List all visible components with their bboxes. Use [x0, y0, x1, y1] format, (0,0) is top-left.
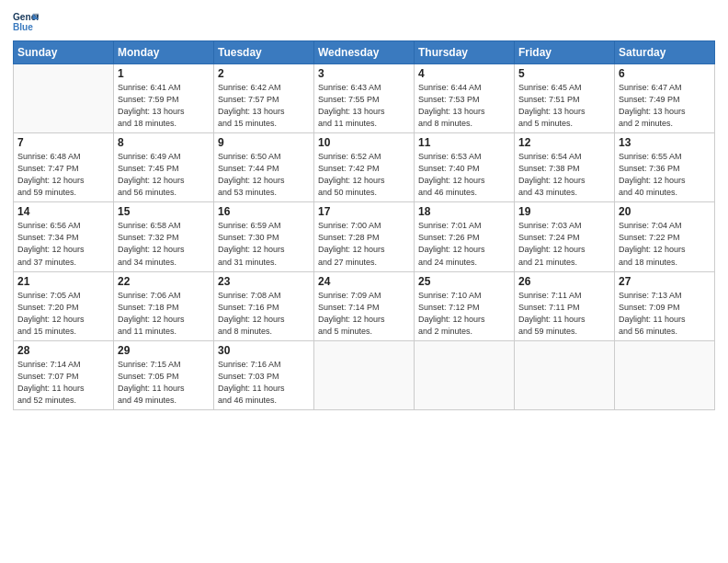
week-row-5: 28Sunrise: 7:14 AM Sunset: 7:07 PM Dayli…: [14, 340, 715, 409]
calendar-cell: 14Sunrise: 6:56 AM Sunset: 7:34 PM Dayli…: [14, 202, 114, 271]
day-header-sunday: Sunday: [14, 41, 114, 64]
day-info: Sunrise: 7:01 AM Sunset: 7:26 PM Dayligh…: [418, 220, 510, 268]
calendar-body: 1Sunrise: 6:41 AM Sunset: 7:59 PM Daylig…: [14, 64, 715, 410]
calendar-cell: 26Sunrise: 7:11 AM Sunset: 7:11 PM Dayli…: [515, 271, 615, 340]
calendar-cell: 27Sunrise: 7:13 AM Sunset: 7:09 PM Dayli…: [615, 271, 715, 340]
calendar-cell: 24Sunrise: 7:09 AM Sunset: 7:14 PM Dayli…: [314, 271, 415, 340]
day-number: 21: [17, 275, 109, 288]
calendar-cell: 13Sunrise: 6:55 AM Sunset: 7:36 PM Dayli…: [615, 133, 715, 202]
day-number: 25: [418, 275, 510, 288]
calendar-cell: 30Sunrise: 7:16 AM Sunset: 7:03 PM Dayli…: [214, 340, 314, 409]
day-info: Sunrise: 7:15 AM Sunset: 7:05 PM Dayligh…: [118, 359, 210, 407]
day-info: Sunrise: 6:52 AM Sunset: 7:42 PM Dayligh…: [318, 151, 410, 199]
calendar-cell: 23Sunrise: 7:08 AM Sunset: 7:16 PM Dayli…: [214, 271, 314, 340]
day-number: 16: [218, 205, 310, 218]
day-number: 22: [118, 275, 210, 288]
day-number: 26: [518, 275, 610, 288]
day-info: Sunrise: 6:43 AM Sunset: 7:55 PM Dayligh…: [318, 82, 410, 130]
calendar-cell: 18Sunrise: 7:01 AM Sunset: 7:26 PM Dayli…: [415, 202, 515, 271]
day-info: Sunrise: 7:06 AM Sunset: 7:18 PM Dayligh…: [118, 290, 210, 338]
calendar-cell: [515, 340, 615, 409]
day-number: 5: [518, 67, 610, 80]
day-info: Sunrise: 7:08 AM Sunset: 7:16 PM Dayligh…: [218, 290, 310, 338]
calendar-cell: 11Sunrise: 6:53 AM Sunset: 7:40 PM Dayli…: [415, 133, 515, 202]
day-info: Sunrise: 6:54 AM Sunset: 7:38 PM Dayligh…: [518, 151, 610, 199]
day-header-tuesday: Tuesday: [214, 41, 314, 64]
day-info: Sunrise: 7:03 AM Sunset: 7:24 PM Dayligh…: [518, 220, 610, 268]
day-number: 29: [118, 344, 210, 357]
calendar-cell: 20Sunrise: 7:04 AM Sunset: 7:22 PM Dayli…: [615, 202, 715, 271]
day-number: 18: [418, 205, 510, 218]
day-info: Sunrise: 7:16 AM Sunset: 7:03 PM Dayligh…: [218, 359, 310, 407]
calendar-cell: 3Sunrise: 6:43 AM Sunset: 7:55 PM Daylig…: [314, 64, 415, 133]
day-number: 10: [318, 136, 410, 149]
week-row-1: 1Sunrise: 6:41 AM Sunset: 7:59 PM Daylig…: [14, 64, 715, 133]
day-info: Sunrise: 7:09 AM Sunset: 7:14 PM Dayligh…: [318, 290, 410, 338]
calendar-cell: 10Sunrise: 6:52 AM Sunset: 7:42 PM Dayli…: [314, 133, 415, 202]
week-row-4: 21Sunrise: 7:05 AM Sunset: 7:20 PM Dayli…: [14, 271, 715, 340]
calendar-cell: 28Sunrise: 7:14 AM Sunset: 7:07 PM Dayli…: [14, 340, 114, 409]
day-header-monday: Monday: [114, 41, 214, 64]
calendar-cell: 1Sunrise: 6:41 AM Sunset: 7:59 PM Daylig…: [114, 64, 214, 133]
calendar-cell: 2Sunrise: 6:42 AM Sunset: 7:57 PM Daylig…: [214, 64, 314, 133]
day-info: Sunrise: 6:48 AM Sunset: 7:47 PM Dayligh…: [17, 151, 109, 199]
day-header-friday: Friday: [515, 41, 615, 64]
day-info: Sunrise: 6:49 AM Sunset: 7:45 PM Dayligh…: [118, 151, 210, 199]
day-info: Sunrise: 6:45 AM Sunset: 7:51 PM Dayligh…: [518, 82, 610, 130]
calendar-cell: [14, 64, 114, 133]
day-info: Sunrise: 6:53 AM Sunset: 7:40 PM Dayligh…: [418, 151, 510, 199]
week-row-2: 7Sunrise: 6:48 AM Sunset: 7:47 PM Daylig…: [14, 133, 715, 202]
day-info: Sunrise: 7:11 AM Sunset: 7:11 PM Dayligh…: [518, 290, 610, 338]
day-number: 13: [619, 136, 711, 149]
calendar-cell: 9Sunrise: 6:50 AM Sunset: 7:44 PM Daylig…: [214, 133, 314, 202]
calendar-cell: 5Sunrise: 6:45 AM Sunset: 7:51 PM Daylig…: [515, 64, 615, 133]
calendar-cell: 12Sunrise: 6:54 AM Sunset: 7:38 PM Dayli…: [515, 133, 615, 202]
day-number: 9: [218, 136, 310, 149]
day-header-saturday: Saturday: [615, 41, 715, 64]
calendar-cell: 6Sunrise: 6:47 AM Sunset: 7:49 PM Daylig…: [615, 64, 715, 133]
calendar-cell: 22Sunrise: 7:06 AM Sunset: 7:18 PM Dayli…: [114, 271, 214, 340]
day-number: 8: [118, 136, 210, 149]
day-info: Sunrise: 6:55 AM Sunset: 7:36 PM Dayligh…: [619, 151, 711, 199]
day-number: 12: [518, 136, 610, 149]
day-number: 11: [418, 136, 510, 149]
day-number: 7: [17, 136, 109, 149]
day-info: Sunrise: 6:44 AM Sunset: 7:53 PM Dayligh…: [418, 82, 510, 130]
day-number: 19: [518, 205, 610, 218]
day-number: 20: [619, 205, 711, 218]
day-number: 6: [619, 67, 711, 80]
calendar-cell: 15Sunrise: 6:58 AM Sunset: 7:32 PM Dayli…: [114, 202, 214, 271]
day-info: Sunrise: 6:47 AM Sunset: 7:49 PM Dayligh…: [619, 82, 711, 130]
day-number: 27: [619, 275, 711, 288]
calendar-cell: 16Sunrise: 6:59 AM Sunset: 7:30 PM Dayli…: [214, 202, 314, 271]
logo: General Blue: [13, 9, 39, 35]
day-number: 28: [17, 344, 109, 357]
day-info: Sunrise: 6:42 AM Sunset: 7:57 PM Dayligh…: [218, 82, 310, 130]
day-header-wednesday: Wednesday: [314, 41, 415, 64]
logo-icon: General Blue: [13, 9, 39, 35]
day-number: 4: [418, 67, 510, 80]
calendar-cell: 17Sunrise: 7:00 AM Sunset: 7:28 PM Dayli…: [314, 202, 415, 271]
day-info: Sunrise: 6:59 AM Sunset: 7:30 PM Dayligh…: [218, 220, 310, 268]
day-info: Sunrise: 7:14 AM Sunset: 7:07 PM Dayligh…: [17, 359, 109, 407]
calendar-cell: [415, 340, 515, 409]
day-info: Sunrise: 7:13 AM Sunset: 7:09 PM Dayligh…: [619, 290, 711, 338]
calendar-cell: 21Sunrise: 7:05 AM Sunset: 7:20 PM Dayli…: [14, 271, 114, 340]
svg-text:Blue: Blue: [13, 22, 33, 32]
calendar-cell: 19Sunrise: 7:03 AM Sunset: 7:24 PM Dayli…: [515, 202, 615, 271]
calendar-cell: 4Sunrise: 6:44 AM Sunset: 7:53 PM Daylig…: [415, 64, 515, 133]
day-number: 2: [218, 67, 310, 80]
day-info: Sunrise: 6:50 AM Sunset: 7:44 PM Dayligh…: [218, 151, 310, 199]
week-row-3: 14Sunrise: 6:56 AM Sunset: 7:34 PM Dayli…: [14, 202, 715, 271]
day-info: Sunrise: 7:10 AM Sunset: 7:12 PM Dayligh…: [418, 290, 510, 338]
calendar-cell: 25Sunrise: 7:10 AM Sunset: 7:12 PM Dayli…: [415, 271, 515, 340]
calendar-table: SundayMondayTuesdayWednesdayThursdayFrid…: [13, 40, 715, 410]
calendar-cell: 29Sunrise: 7:15 AM Sunset: 7:05 PM Dayli…: [114, 340, 214, 409]
day-info: Sunrise: 6:41 AM Sunset: 7:59 PM Dayligh…: [118, 82, 210, 130]
day-info: Sunrise: 7:00 AM Sunset: 7:28 PM Dayligh…: [318, 220, 410, 268]
day-number: 23: [218, 275, 310, 288]
day-info: Sunrise: 6:56 AM Sunset: 7:34 PM Dayligh…: [17, 220, 109, 268]
calendar-cell: 7Sunrise: 6:48 AM Sunset: 7:47 PM Daylig…: [14, 133, 114, 202]
day-number: 24: [318, 275, 410, 288]
day-number: 30: [218, 344, 310, 357]
